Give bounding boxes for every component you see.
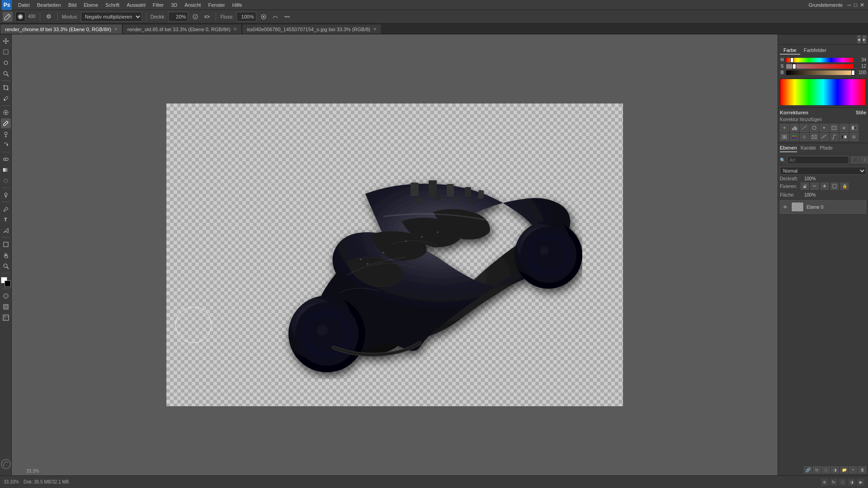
clone-stamp-tool[interactable] <box>1 129 11 139</box>
eraser-tool[interactable] <box>1 154 11 164</box>
corr-color-lookup[interactable]: ⊙ <box>800 133 809 141</box>
healing-tool[interactable] <box>1 108 11 117</box>
close-button[interactable]: ✕ <box>860 2 864 8</box>
menu-ebene[interactable]: Ebene <box>80 0 102 10</box>
background-color[interactable] <box>5 281 11 287</box>
corr-vibrance[interactable]: ✦ <box>820 124 829 132</box>
layer-folder-button[interactable]: 📁 <box>840 466 848 474</box>
corr-gradient-map[interactable] <box>840 133 849 141</box>
layer-blend-mode-select[interactable]: Normal Multiplizieren Abblenden <box>780 167 866 175</box>
minimize-button[interactable]: ─ <box>847 2 851 8</box>
layer-delete-button[interactable]: 🗑 <box>858 466 866 474</box>
blur-tool[interactable] <box>1 176 11 186</box>
layer-fx-button[interactable]: fx <box>813 466 821 474</box>
tab-ebenen[interactable]: Ebenen <box>780 145 797 152</box>
menu-auswahl[interactable]: Auswahl <box>123 0 149 10</box>
tab-farbfelder[interactable]: Farbfelder <box>800 47 830 55</box>
tab-kanaele[interactable]: Kanäle <box>801 145 816 152</box>
corr-selective-color[interactable]: ⊞ <box>849 133 859 141</box>
corr-curves[interactable] <box>800 124 809 132</box>
menu-3d[interactable]: 3D <box>167 0 181 10</box>
saturation-thumb[interactable] <box>793 64 796 69</box>
artboard-button[interactable] <box>1 313 11 323</box>
corr-brightness[interactable]: ☀ <box>780 124 789 132</box>
lock-all[interactable]: 🔒 <box>840 183 849 190</box>
lock-transparent[interactable] <box>801 183 809 190</box>
corr-hsl[interactable] <box>830 124 839 132</box>
zoom-tool[interactable] <box>1 261 11 271</box>
corr-threshold[interactable] <box>830 133 839 141</box>
brush-preview[interactable] <box>15 12 25 22</box>
brush-tool[interactable] <box>1 118 11 128</box>
move-tool[interactable] <box>1 36 11 46</box>
pressure-opacity-icon[interactable] <box>191 12 200 21</box>
eyedropper-tool[interactable] <box>1 94 11 103</box>
shape-tool[interactable] <box>1 239 11 249</box>
corr-exposure[interactable] <box>810 124 819 132</box>
canvas-area[interactable]: 33.3% <box>12 34 778 475</box>
gradient-tool[interactable] <box>1 165 11 175</box>
corr-posterize[interactable] <box>820 133 829 141</box>
status-icon-5[interactable]: ▶ <box>857 479 864 486</box>
lock-move[interactable]: ✚ <box>821 183 829 190</box>
menu-hilfe[interactable]: Hilfe <box>229 0 246 10</box>
menu-bearbeiten[interactable]: Bearbeiten <box>33 0 65 10</box>
brush-settings-icon[interactable]: ⚙ <box>44 12 53 21</box>
brightness-track[interactable] <box>786 70 854 75</box>
status-icon-3[interactable]: □ <box>839 479 846 486</box>
extra-options-icon[interactable] <box>283 12 292 21</box>
hand-tool[interactable] <box>1 250 11 260</box>
path-selection-tool[interactable] <box>1 225 11 235</box>
layer-adjustment-button[interactable]: ◑ <box>831 466 839 474</box>
airbrush-icon[interactable] <box>203 12 212 21</box>
layer-link-button[interactable]: 🔗 <box>804 466 812 474</box>
tab-pfade[interactable]: Pfade <box>820 145 833 152</box>
brush-tool-active[interactable] <box>3 12 13 22</box>
menu-schrift[interactable]: Schrift <box>102 0 123 10</box>
tab-close-1[interactable]: ✕ <box>114 27 118 32</box>
screen-mode-button[interactable] <box>1 302 11 312</box>
smoothing-icon[interactable] <box>271 12 280 21</box>
pen-tool[interactable] <box>1 204 11 214</box>
filter-pixel[interactable]: ⬛ <box>851 156 859 164</box>
pressure-flow-icon[interactable] <box>259 12 268 21</box>
tab-farbe[interactable]: Farbe <box>780 47 800 55</box>
filter-adj[interactable]: ☽ <box>860 156 868 164</box>
maximize-button[interactable]: □ <box>854 2 857 8</box>
corr-photo-filter[interactable] <box>780 133 789 141</box>
status-icon-2[interactable]: fx <box>830 479 837 486</box>
tab-render-chrome[interactable]: render_chrome.tif bei 33.3% (Ebene 0, RG… <box>0 24 123 34</box>
type-tool[interactable]: T <box>1 215 11 225</box>
color-swatches[interactable] <box>1 277 11 287</box>
status-icon-4[interactable]: ◑ <box>848 479 855 486</box>
saturation-track[interactable] <box>786 64 854 69</box>
hue-track[interactable] <box>786 58 854 62</box>
tab-iss[interactable]: iss040e006780_14550707154_o.jpg bei 33.3… <box>242 24 382 34</box>
panel-collapse-left[interactable]: ◂ <box>857 35 861 43</box>
crop-tool[interactable] <box>1 83 11 93</box>
brightness-thumb[interactable] <box>851 70 855 75</box>
status-icon-1[interactable]: ⊕ <box>821 479 828 486</box>
flow-input[interactable] <box>236 12 256 22</box>
history-brush-tool[interactable] <box>1 140 11 150</box>
marquee-tool[interactable] <box>1 47 11 57</box>
corr-bw[interactable] <box>849 124 859 132</box>
dodge-tool[interactable] <box>1 190 11 200</box>
tab-close-2[interactable]: ✕ <box>233 27 237 32</box>
menu-bild[interactable]: Bild <box>65 0 80 10</box>
blend-mode-select[interactable]: Negativ multiplizieren Normal Multiplizi… <box>81 12 142 22</box>
layers-search-input[interactable] <box>787 156 849 164</box>
color-spectrum[interactable] <box>780 79 866 106</box>
menu-ansicht[interactable]: Ansicht <box>181 0 204 10</box>
layer-mask-button[interactable]: □ <box>822 466 830 474</box>
tab-close-3[interactable]: ✕ <box>373 27 377 32</box>
menu-datei[interactable]: Datei <box>14 0 33 10</box>
hue-thumb[interactable] <box>790 57 794 63</box>
lock-paint[interactable]: ✏ <box>811 183 819 190</box>
quick-mask-button[interactable] <box>1 291 11 301</box>
tab-render-old[interactable]: render_old.65.tif bei 33.3% (Ebene 0, RG… <box>123 24 242 34</box>
layer-new-button[interactable]: + <box>849 466 857 474</box>
corr-invert[interactable] <box>810 133 819 141</box>
menu-fenster[interactable]: Fenster <box>204 0 228 10</box>
corr-channel-mixer[interactable] <box>790 133 799 141</box>
